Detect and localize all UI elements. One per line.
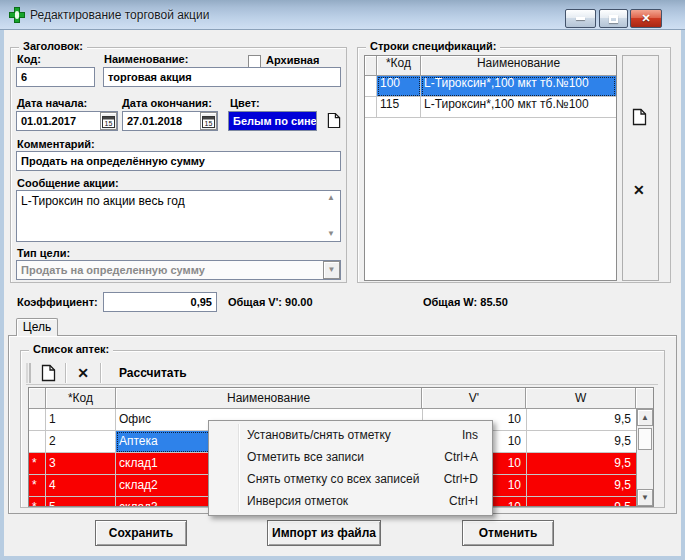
grid-cell-marker: *: [29, 475, 46, 497]
menu-item-toggle-mark[interactable]: Установить/снять отметку Ins: [209, 424, 492, 446]
menu-item-label: Отметить все записи: [247, 450, 364, 464]
grid-header-w[interactable]: W: [526, 388, 636, 409]
save-button[interactable]: Сохранить: [95, 520, 187, 546]
spec-header-name[interactable]: Наименование: [421, 56, 616, 76]
grid-cell-w[interactable]: 9,5: [527, 453, 637, 475]
grid-header-name[interactable]: Наименование: [116, 388, 423, 409]
spec-table-header: *Код Наименование: [365, 56, 616, 76]
grid-header: *Код Наименование V' W: [29, 388, 653, 409]
calendar-icon: 15: [102, 115, 115, 128]
name-label: Наименование:: [104, 53, 188, 65]
cancel-button[interactable]: Отменить: [462, 520, 554, 546]
total-v-text: Общая V': 90.00: [228, 296, 313, 308]
grid-vertical-scrollbar[interactable]: ▲ ▼: [636, 409, 653, 506]
scroll-thumb[interactable]: [638, 428, 652, 450]
minimize-icon: [576, 17, 585, 20]
maximize-button[interactable]: [599, 9, 628, 28]
spec-cell-name[interactable]: L-Тироксин*,100 мкт тб.№100: [421, 97, 616, 118]
blank-page-icon: [632, 108, 647, 126]
import-from-file-button[interactable]: Импорт из файла: [267, 520, 381, 546]
calendar-icon: 15: [202, 115, 215, 128]
grid-cell-code[interactable]: 5: [46, 497, 116, 507]
menu-item-label: Установить/снять отметку: [247, 428, 391, 442]
message-label: Сообщение акции:: [17, 177, 119, 189]
grid-cell-code[interactable]: 4: [46, 475, 116, 497]
goal-type-combobox[interactable]: Продать на определенную сумму: [16, 260, 341, 280]
delete-row-button[interactable]: ✕: [72, 366, 94, 380]
calculate-button[interactable]: Рассчитать: [107, 366, 187, 380]
delete-spec-button[interactable]: ✕: [633, 181, 645, 199]
add-row-button[interactable]: [37, 364, 59, 382]
spec-header-code[interactable]: *Код: [377, 56, 421, 76]
color-pick-button[interactable]: [325, 111, 342, 130]
blank-page-icon: [41, 364, 56, 382]
spec-cell-name[interactable]: L-Тироксин*,100 мкт тб.№100: [421, 76, 616, 97]
menu-item-label: Снять отметку со всех записей: [247, 472, 419, 486]
spec-row[interactable]: 115 L-Тироксин*,100 мкт тб.№100: [365, 97, 616, 118]
grid-cell-w[interactable]: 9,5: [527, 431, 637, 453]
menu-item-unmark-all[interactable]: Снять отметку со всех записей Ctrl+D: [209, 468, 492, 490]
message-scroll-up-icon[interactable]: ▲: [327, 194, 335, 202]
date-start-calendar-button[interactable]: 15: [100, 112, 117, 130]
code-label: Код:: [17, 53, 41, 65]
context-menu: Установить/снять отметку Ins Отметить вс…: [208, 420, 493, 516]
spec-row[interactable]: 100 L-Тироксин*,100 мкт тб.№100: [365, 76, 616, 97]
minimize-button[interactable]: [565, 9, 596, 28]
cross-x-icon: ✕: [633, 182, 645, 198]
grid-header-code[interactable]: *Код: [46, 388, 116, 409]
pharmacy-cross-icon: [9, 7, 25, 23]
spec-cell-code[interactable]: 115: [377, 97, 421, 118]
grid-cell-marker: *: [29, 453, 46, 475]
grid-cell-marker: [29, 409, 46, 431]
menu-item-shortcut: Ctrl+I: [449, 490, 478, 512]
grid-cell-w[interactable]: 9,5: [527, 409, 637, 431]
menu-item-mark-all[interactable]: Отметить все записи Ctrl+A: [209, 446, 492, 468]
grid-cell-code[interactable]: 2: [46, 431, 116, 453]
date-end-label: Дата окончания:: [122, 97, 212, 109]
spec-group-title: Строки спецификаций:: [366, 40, 500, 52]
message-scroll-down-icon[interactable]: ▼: [327, 230, 335, 238]
pharmacy-group-title: Список аптек:: [29, 343, 113, 355]
date-start-label: Дата начала:: [17, 97, 87, 109]
grid-cell-code[interactable]: 1: [46, 409, 116, 431]
titlebar[interactable]: Редактирование торговой акции ✕: [0, 0, 685, 30]
coefficient-input[interactable]: 0,95: [103, 292, 217, 312]
name-input[interactable]: торговая акция: [103, 67, 341, 87]
grid-cell-code[interactable]: 3: [46, 453, 116, 475]
window-title: Редактирование торговой акции: [30, 8, 209, 22]
color-field[interactable]: Белым по синему: [228, 111, 317, 131]
spec-side-toolbar: ✕: [622, 55, 659, 281]
grid-cell-w[interactable]: 9,5: [527, 497, 637, 507]
grid-header-v[interactable]: V': [422, 388, 526, 409]
scroll-down-button[interactable]: ▼: [637, 489, 653, 506]
grid-cell-marker: [29, 431, 46, 453]
grid-cell-w[interactable]: 9,5: [527, 475, 637, 497]
cross-x-icon: ✕: [77, 366, 89, 380]
color-label: Цвет:: [230, 97, 260, 109]
goal-type-dropdown-button: ▼: [323, 261, 340, 279]
date-end-calendar-button[interactable]: 15: [200, 112, 217, 130]
comment-input[interactable]: Продать на определённую сумму: [16, 151, 341, 171]
blank-page-icon: [327, 112, 341, 129]
menu-item-label: Инверсия отметок: [247, 494, 348, 508]
spec-cell-code[interactable]: 100: [377, 76, 421, 97]
header-group-title: Заголовок:: [19, 40, 87, 52]
scroll-down-icon: ▼: [641, 494, 649, 502]
close-icon: ✕: [641, 13, 650, 24]
goal-type-label: Тип цели:: [17, 247, 70, 259]
message-textarea[interactable]: L-Тироксин по акции весь год: [16, 190, 341, 242]
menu-item-shortcut: Ins: [462, 424, 478, 446]
spec-table: *Код Наименование 100 L-Тироксин*,100 мк…: [364, 55, 617, 281]
toolbar-separator: [65, 363, 66, 383]
add-spec-button[interactable]: [632, 108, 647, 130]
code-input[interactable]: 6: [16, 67, 95, 87]
menu-item-invert-marks[interactable]: Инверсия отметок Ctrl+I: [209, 490, 492, 512]
grid-header-marker: [29, 388, 46, 409]
chevron-down-icon: ▼: [328, 266, 336, 274]
coefficient-label: Коэффициент:: [17, 296, 98, 308]
scroll-up-button[interactable]: ▲: [637, 409, 653, 426]
tab-goal[interactable]: Цель: [16, 318, 58, 336]
comment-label: Комментарий:: [17, 138, 95, 150]
close-button[interactable]: ✕: [630, 9, 662, 28]
dialog-window: Редактирование торговой акции ✕ Заголово…: [0, 0, 685, 560]
